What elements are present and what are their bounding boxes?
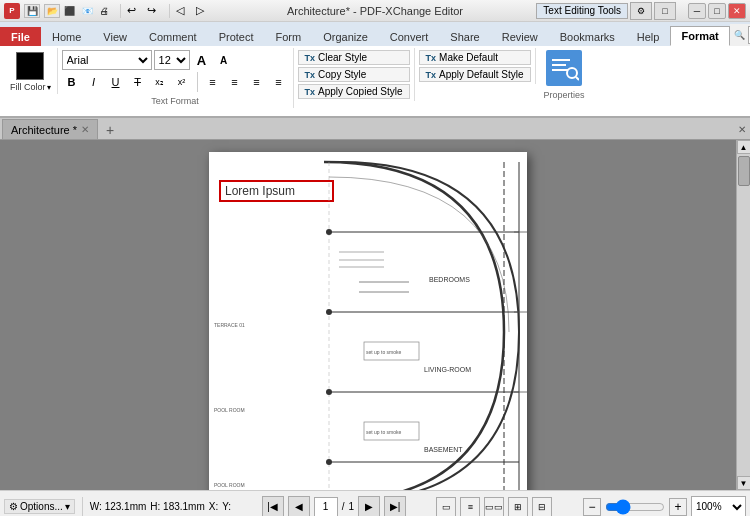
- properties-group: Properties: [536, 48, 593, 102]
- apply-default-style-btn[interactable]: Tx Apply Default Style: [419, 67, 531, 82]
- forward-icon[interactable]: ▷: [196, 4, 212, 18]
- blueprint-svg: BEDROOMS LIVING-ROOM BASEMENT set up to …: [209, 152, 527, 490]
- strikethrough-button[interactable]: T: [128, 72, 148, 92]
- maximize-button[interactable]: □: [708, 3, 726, 19]
- apply-copied-style-btn[interactable]: Tx Apply Copied Style: [298, 84, 410, 99]
- zoom-slider[interactable]: [605, 499, 665, 515]
- underline-button[interactable]: U: [106, 72, 126, 92]
- ribbon-content: Fill Color ▾ Arial 12 pt A A B I U T: [0, 46, 750, 118]
- redo-icon[interactable]: ↪: [147, 4, 163, 18]
- tab-share[interactable]: Share: [439, 27, 490, 46]
- svg-text:POOL ROOM: POOL ROOM: [214, 407, 245, 413]
- prev-page-btn[interactable]: ◀: [288, 496, 310, 517]
- tab-help[interactable]: Help: [626, 27, 671, 46]
- zoom-out-btn[interactable]: −: [583, 498, 601, 516]
- subscript-button[interactable]: x₂: [150, 72, 170, 92]
- ribbon-icon-2[interactable]: □: [654, 2, 676, 20]
- next-page-btn[interactable]: ▶: [358, 496, 380, 517]
- zoom-select[interactable]: 100%: [691, 496, 746, 517]
- svg-line-4: [576, 77, 579, 80]
- first-page-btn[interactable]: |◀: [262, 496, 284, 517]
- close-doc-btn[interactable]: ✕: [734, 119, 750, 139]
- ribbon-icon-1[interactable]: ⚙: [630, 2, 652, 20]
- svg-text:TERRACE 01: TERRACE 01: [214, 322, 245, 328]
- doc-tab-architecture[interactable]: Architecture * ✕: [2, 119, 98, 139]
- window-title: Architecture* - PDF-XChange Editor: [287, 5, 463, 17]
- svg-rect-0: [552, 59, 570, 61]
- minimize-button[interactable]: ─: [688, 3, 706, 19]
- vertical-scrollbar[interactable]: ▲ ▼: [736, 140, 750, 490]
- view-split-icon[interactable]: ⊟: [532, 497, 552, 517]
- svg-text:BASEMENT: BASEMENT: [424, 446, 463, 453]
- properties-svg: [549, 53, 579, 83]
- page-number-input[interactable]: [314, 497, 338, 517]
- scroll-down-btn[interactable]: ▼: [737, 476, 751, 490]
- properties-icon[interactable]: [546, 50, 582, 86]
- bold-button[interactable]: B: [62, 72, 82, 92]
- doc-tab-bar: Architecture * ✕ + ✕: [0, 118, 750, 140]
- height-display: H: 183.1mm: [150, 501, 204, 512]
- find-search-area: 🔍 🔍: [730, 24, 750, 46]
- font-shrink-btn[interactable]: A: [214, 50, 234, 70]
- align-left-btn[interactable]: ≡: [203, 72, 223, 92]
- italic-button[interactable]: I: [84, 72, 104, 92]
- separator-1: [120, 4, 121, 18]
- justify-btn[interactable]: ≡: [269, 72, 289, 92]
- make-default-btn[interactable]: Tx Make Default: [419, 50, 531, 65]
- quick-icon-1[interactable]: ⬛: [64, 4, 78, 18]
- zoom-in-btn[interactable]: +: [669, 498, 687, 516]
- tab-home[interactable]: Home: [41, 27, 92, 46]
- view-thumb-icon[interactable]: ⊞: [508, 497, 528, 517]
- superscript-button[interactable]: x²: [172, 72, 192, 92]
- view-facing-icon[interactable]: ▭▭: [484, 497, 504, 517]
- options-btn[interactable]: ⚙ Options... ▾: [4, 499, 75, 514]
- font-group: Arial 12 pt A A B I U T x₂ x² ≡ ≡ ≡ ≡: [58, 48, 294, 108]
- y-coord: Y:: [222, 501, 231, 512]
- tab-protect[interactable]: Protect: [208, 27, 265, 46]
- apply-default-icon: Tx: [426, 70, 437, 80]
- doc-tab-close-btn[interactable]: ✕: [81, 124, 89, 135]
- back-icon[interactable]: ◁: [176, 4, 192, 18]
- copy-style-btn[interactable]: Tx Copy Style: [298, 67, 410, 82]
- save-icon[interactable]: 💾: [24, 4, 40, 18]
- svg-text:set up to smoke: set up to smoke: [366, 349, 402, 355]
- font-size-select[interactable]: 12 pt: [154, 50, 190, 70]
- close-button[interactable]: ✕: [728, 3, 746, 19]
- fill-color-dropdown[interactable]: Fill Color ▾: [10, 82, 51, 92]
- font-family-select[interactable]: Arial: [62, 50, 152, 70]
- document-background: Lorem Ipsum: [0, 140, 736, 490]
- svg-point-33: [326, 459, 332, 465]
- tab-format[interactable]: Format: [670, 26, 729, 46]
- open-icon[interactable]: 📂: [44, 4, 60, 18]
- font-grow-btn[interactable]: A: [192, 50, 212, 70]
- scroll-up-btn[interactable]: ▲: [737, 140, 751, 154]
- tab-comment[interactable]: Comment: [138, 27, 208, 46]
- tab-bookmarks[interactable]: Bookmarks: [549, 27, 626, 46]
- align-center-btn[interactable]: ≡: [225, 72, 245, 92]
- quick-icon-3[interactable]: 🖨: [100, 4, 114, 18]
- tab-view[interactable]: View: [92, 27, 138, 46]
- quick-icon-2[interactable]: 📧: [82, 4, 96, 18]
- ribbon-tabs: File Home View Comment Protect Form Orga…: [0, 22, 750, 46]
- scroll-thumb[interactable]: [738, 156, 750, 186]
- width-display: W: 123.1mm: [90, 501, 147, 512]
- make-default-group: Tx Make Default Tx Apply Default Style: [415, 48, 536, 84]
- tab-file[interactable]: File: [0, 27, 41, 46]
- color-swatch[interactable]: [16, 52, 44, 80]
- svg-point-3: [567, 68, 577, 78]
- tab-review[interactable]: Review: [491, 27, 549, 46]
- align-right-btn[interactable]: ≡: [247, 72, 267, 92]
- add-tab-btn[interactable]: +: [100, 121, 120, 139]
- view-single-icon[interactable]: ▭: [436, 497, 456, 517]
- svg-text:BEDROOMS: BEDROOMS: [429, 276, 470, 283]
- tab-form[interactable]: Form: [265, 27, 313, 46]
- clear-style-btn[interactable]: Tx Clear Style: [298, 50, 410, 65]
- clear-style-icon: Tx: [305, 53, 316, 63]
- separator-2: [169, 4, 170, 18]
- svg-point-32: [326, 389, 332, 395]
- view-continuous-icon[interactable]: ≡: [460, 497, 480, 517]
- last-page-btn[interactable]: ▶|: [384, 496, 406, 517]
- tab-organize[interactable]: Organize: [312, 27, 379, 46]
- undo-icon[interactable]: ↩: [127, 4, 143, 18]
- tab-convert[interactable]: Convert: [379, 27, 440, 46]
